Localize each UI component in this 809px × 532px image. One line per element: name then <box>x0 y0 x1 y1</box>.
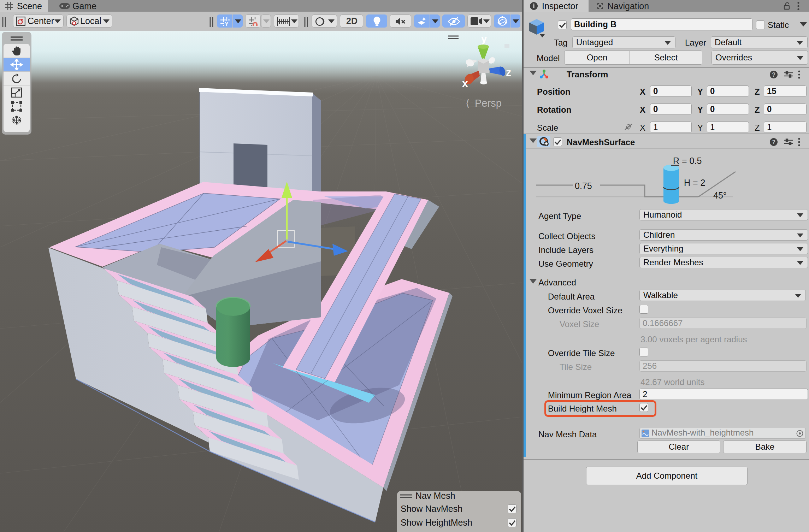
svg-text:Persp: Persp <box>475 97 502 109</box>
svg-text:?: ? <box>772 72 775 78</box>
svg-text:?: ? <box>772 139 775 145</box>
svg-text:0.75: 0.75 <box>575 181 592 191</box>
svg-text:y: y <box>481 33 487 45</box>
svg-text:x: x <box>462 77 468 89</box>
svg-text:⟨: ⟨ <box>466 97 470 109</box>
svg-text:z: z <box>506 66 511 78</box>
svg-text:H = 2: H = 2 <box>684 178 705 188</box>
svg-text:45°: 45° <box>713 190 727 200</box>
svg-text:Y: Y <box>225 21 229 26</box>
svg-text:R = 0.5: R = 0.5 <box>673 156 702 166</box>
